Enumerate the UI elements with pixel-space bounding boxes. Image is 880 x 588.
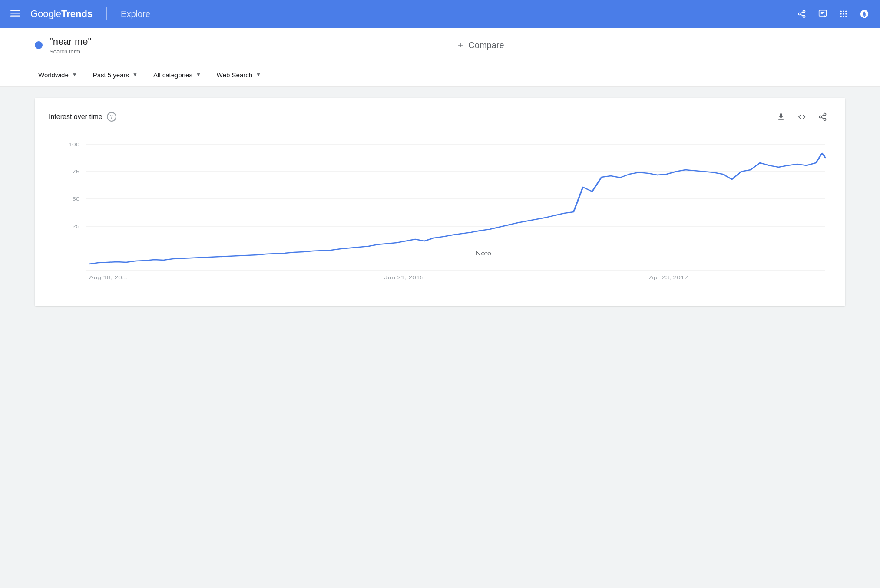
- svg-line-27: [821, 115, 824, 116]
- svg-point-5: [803, 15, 805, 17]
- search-term-box[interactable]: "near me" Search term: [35, 28, 440, 63]
- svg-rect-1: [10, 13, 20, 13]
- categories-arrow-icon: ▼: [196, 72, 201, 78]
- chart-header: Interest over time ?: [49, 108, 831, 126]
- time-label: Past 5 years: [93, 71, 129, 79]
- svg-point-12: [840, 11, 842, 12]
- menu-icon[interactable]: [7, 5, 23, 23]
- svg-point-13: [843, 11, 844, 12]
- compare-label: Compare: [468, 40, 504, 50]
- svg-point-24: [820, 116, 822, 118]
- share-header-icon[interactable]: [793, 5, 811, 23]
- help-icon[interactable]: ?: [107, 112, 116, 122]
- categories-filter[interactable]: All categories ▼: [150, 68, 210, 82]
- svg-text:100: 100: [68, 142, 80, 147]
- svg-line-6: [801, 14, 803, 16]
- svg-text:75: 75: [72, 169, 79, 174]
- svg-text:Note: Note: [476, 251, 491, 256]
- svg-line-7: [801, 12, 803, 13]
- svg-point-16: [843, 13, 844, 14]
- search-type-filter[interactable]: Web Search ▼: [213, 68, 270, 82]
- app-header: Google Trends Explore: [0, 0, 880, 28]
- explore-label: Explore: [121, 9, 150, 19]
- svg-point-4: [799, 13, 801, 15]
- notifications-icon[interactable]: [856, 5, 873, 23]
- logo-trends: Trends: [61, 8, 93, 20]
- search-row: "near me" Search term + Compare: [35, 28, 845, 63]
- search-term-name: "near me": [50, 36, 91, 47]
- chart-title-group: Interest over time ?: [49, 112, 116, 122]
- header-icons: [793, 5, 873, 23]
- chart-area: 100 75 50 25 Aug 18, 20... Jun 21, 2015 …: [49, 136, 831, 292]
- help-label: ?: [110, 114, 113, 120]
- svg-point-23: [824, 113, 826, 116]
- svg-point-22: [864, 16, 865, 17]
- interest-over-time-card: Interest over time ?: [35, 98, 845, 306]
- svg-point-19: [843, 16, 844, 17]
- svg-rect-2: [10, 15, 20, 16]
- logo: Google Trends: [30, 8, 93, 20]
- main-content: Interest over time ?: [0, 87, 880, 317]
- header-divider: [106, 7, 107, 20]
- download-button[interactable]: [772, 108, 790, 126]
- svg-text:Apr 23, 2017: Apr 23, 2017: [649, 275, 688, 280]
- svg-text:Aug 18, 20...: Aug 18, 20...: [89, 275, 128, 280]
- location-arrow-icon: ▼: [72, 72, 77, 78]
- filters-row: Worldwide ▼ Past 5 years ▼ All categorie…: [0, 63, 880, 87]
- location-label: Worldwide: [38, 71, 69, 79]
- compare-plus: +: [458, 40, 463, 51]
- svg-point-25: [824, 118, 826, 120]
- apps-icon[interactable]: [835, 5, 852, 23]
- svg-point-17: [845, 13, 847, 14]
- svg-rect-8: [819, 10, 827, 16]
- svg-point-15: [840, 13, 842, 14]
- svg-point-20: [845, 16, 847, 17]
- location-filter[interactable]: Worldwide ▼: [35, 68, 86, 82]
- chart-title: Interest over time: [49, 113, 103, 121]
- svg-rect-0: [10, 10, 20, 10]
- embed-button[interactable]: [793, 108, 811, 126]
- search-type-arrow-icon: ▼: [256, 72, 261, 78]
- time-filter[interactable]: Past 5 years ▼: [89, 68, 146, 82]
- search-term-dot: [35, 41, 43, 49]
- search-term-type: Search term: [50, 48, 91, 55]
- categories-label: All categories: [153, 71, 192, 79]
- logo-google: Google: [30, 8, 61, 20]
- svg-point-18: [840, 16, 842, 17]
- search-type-label: Web Search: [217, 71, 252, 79]
- feedback-icon[interactable]: [814, 5, 831, 23]
- svg-point-3: [803, 10, 805, 13]
- svg-text:50: 50: [72, 196, 80, 202]
- svg-text:Jun 21, 2015: Jun 21, 2015: [384, 275, 424, 280]
- time-arrow-icon: ▼: [132, 72, 138, 78]
- search-term-text: "near me" Search term: [50, 36, 91, 55]
- svg-point-14: [845, 11, 847, 12]
- chart-actions: [772, 108, 831, 126]
- svg-line-26: [821, 117, 824, 119]
- share-chart-button[interactable]: [814, 108, 831, 126]
- compare-box[interactable]: + Compare: [440, 28, 846, 63]
- svg-text:25: 25: [72, 224, 79, 229]
- search-area: "near me" Search term + Compare: [0, 28, 880, 63]
- chart-svg: 100 75 50 25 Aug 18, 20... Jun 21, 2015 …: [49, 136, 831, 292]
